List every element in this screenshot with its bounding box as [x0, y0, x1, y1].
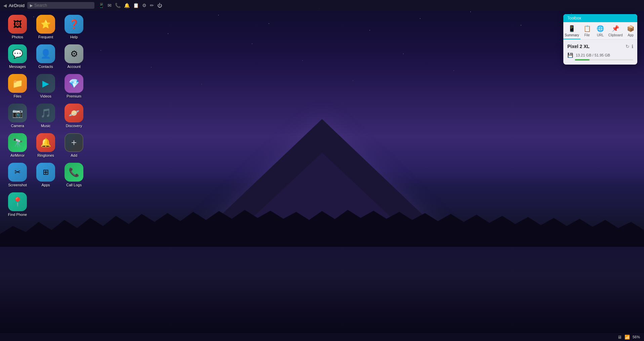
storage-total: 51.95 GB	[595, 53, 610, 57]
screenshot-icon: ✂	[8, 163, 27, 182]
search-input[interactable]	[34, 3, 88, 8]
clipboard-icon[interactable]: 📋	[133, 3, 139, 8]
frequent-icon: ⭐	[36, 15, 55, 34]
app-videos[interactable]: ▶ Videos	[32, 73, 59, 100]
photos-icon: 🖼	[8, 15, 27, 34]
app-camera[interactable]: 📷 Camera	[4, 102, 31, 129]
tab-file[interactable]: 📋 File	[580, 22, 594, 39]
toolbox-header: Toolbox	[563, 14, 637, 22]
toolbox-label: Toolbox	[567, 16, 581, 21]
device-header: Pixel 2 XL ↻ ℹ	[567, 44, 633, 49]
storage-icon: 💾	[567, 52, 573, 58]
gear-icon[interactable]: ⚙	[142, 3, 147, 8]
music-icon: 🎵	[36, 104, 55, 122]
url-tab-label: URL	[597, 33, 604, 37]
discovery-label: Discovery	[66, 124, 82, 128]
device-icon[interactable]: 📱	[98, 3, 104, 8]
camera-label: Camera	[11, 124, 24, 128]
app-account[interactable]: ⚙ Account	[61, 43, 87, 70]
storage-row: 💾 13.21 GB / 51.95 GB	[567, 52, 633, 58]
account-label: Account	[67, 65, 81, 69]
app-tab-label: App	[628, 33, 634, 37]
app-ringtones[interactable]: 🔔 Ringtones	[32, 132, 59, 159]
phone-icon[interactable]: 📞	[115, 3, 121, 8]
app-findphone[interactable]: 📍 Find Phone	[4, 191, 31, 218]
file-tab-icon: 📋	[583, 25, 591, 32]
info-button[interactable]: ℹ	[632, 44, 633, 49]
device-actions: ↻ ℹ	[626, 44, 633, 49]
videos-label: Videos	[40, 94, 51, 98]
contacts-icon: 👤	[36, 44, 55, 63]
search-icon: ▶	[30, 3, 33, 8]
findphone-label: Find Phone	[8, 213, 27, 217]
account-icon: ⚙	[65, 44, 83, 63]
airmirror-icon: 🔭	[8, 133, 27, 152]
app-contacts[interactable]: 👤 Contacts	[32, 43, 59, 70]
toolbox-panel: Toolbox 📱 Summary 📋 File 🌐 URL 📌 Clipboa…	[563, 14, 637, 65]
app-files[interactable]: 📁 Files	[4, 73, 31, 100]
tab-summary[interactable]: 📱 Summary	[563, 22, 580, 39]
summary-tab-label: Summary	[565, 33, 579, 37]
app-premium[interactable]: 💎 Premium	[61, 73, 87, 100]
music-label: Music	[41, 124, 51, 128]
add-label: Add	[71, 153, 77, 157]
clipboard-tab-icon: 📌	[612, 25, 619, 32]
calllogs-icon: 📞	[65, 163, 83, 182]
help-icon: ❓	[65, 15, 83, 34]
ringtones-label: Ringtones	[37, 153, 54, 157]
messages-label: Messages	[9, 65, 26, 69]
lake-reflection-decoration	[0, 247, 644, 341]
premium-icon: 💎	[65, 74, 83, 93]
findphone-icon: 📍	[8, 192, 27, 211]
screenshot-label: Screenshot	[8, 183, 27, 187]
app-grid: 🖼 Photos ⭐ Frequent ❓ Help 💬 Messages 👤 …	[4, 13, 87, 218]
bell-icon[interactable]: 🔔	[124, 3, 130, 8]
app-photos[interactable]: 🖼 Photos	[4, 13, 31, 40]
summary-tab-icon: 📱	[568, 25, 575, 32]
device-name: Pixel 2 XL	[567, 44, 590, 49]
app-discovery[interactable]: 🪐 Discovery	[61, 102, 87, 129]
frequent-label: Frequent	[38, 35, 53, 39]
mail-icon[interactable]: ✉	[108, 3, 112, 8]
search-bar[interactable]: ▶	[27, 2, 94, 9]
contacts-label: Contacts	[38, 65, 53, 69]
storage-used: 13.21 GB	[576, 53, 591, 57]
app-music[interactable]: 🎵 Music	[32, 102, 59, 129]
screen-icon: 🖥	[617, 335, 622, 340]
messages-icon: 💬	[8, 44, 27, 63]
file-tab-label: File	[584, 33, 590, 37]
app-apps[interactable]: ⊞ Apps	[32, 161, 59, 188]
app-frequent[interactable]: ⭐ Frequent	[32, 13, 59, 40]
photos-label: Photos	[12, 35, 23, 39]
help-label: Help	[70, 35, 78, 39]
storage-text: 13.21 GB / 51.95 GB	[576, 53, 610, 57]
videos-icon: ▶	[36, 74, 55, 93]
apps-label: Apps	[41, 183, 50, 187]
wifi-status-icon: 📶	[625, 335, 630, 340]
brand-label: AirDroid	[9, 3, 25, 8]
bottombar: 🖥 📶 56%	[0, 333, 644, 341]
storage-bar-wrapper	[575, 59, 633, 61]
clipboard-tab-label: Clipboard	[608, 33, 623, 37]
refresh-button[interactable]: ↻	[626, 44, 630, 49]
edit-icon[interactable]: ✏	[150, 3, 154, 8]
app-add[interactable]: + Add	[61, 132, 87, 159]
app-calllogs[interactable]: 📞 Call Logs	[61, 161, 87, 188]
toolbox-device-section: Pixel 2 XL ↻ ℹ 💾 13.21 GB / 51.95 GB	[563, 40, 637, 65]
tab-clipboard[interactable]: 📌 Clipboard	[607, 22, 624, 39]
power-icon[interactable]: ⏻	[157, 3, 162, 8]
apps-icon: ⊞	[36, 163, 55, 182]
app-messages[interactable]: 💬 Messages	[4, 43, 31, 70]
app-airmirror[interactable]: 🔭 AirMirror	[4, 132, 31, 159]
tab-app[interactable]: 📦 App	[624, 22, 637, 39]
back-arrow-icon[interactable]: ◀	[3, 3, 7, 8]
calllogs-label: Call Logs	[66, 183, 82, 187]
tab-url[interactable]: 🌐 URL	[594, 22, 607, 39]
app-tab-icon: 📦	[627, 25, 634, 32]
add-icon: +	[65, 133, 83, 152]
files-label: Files	[13, 94, 21, 98]
camera-icon: 📷	[8, 104, 27, 122]
app-screenshot[interactable]: ✂ Screenshot	[4, 161, 31, 188]
toolbox-tabs: 📱 Summary 📋 File 🌐 URL 📌 Clipboard 📦 App	[563, 22, 637, 40]
app-help[interactable]: ❓ Help	[61, 13, 87, 40]
